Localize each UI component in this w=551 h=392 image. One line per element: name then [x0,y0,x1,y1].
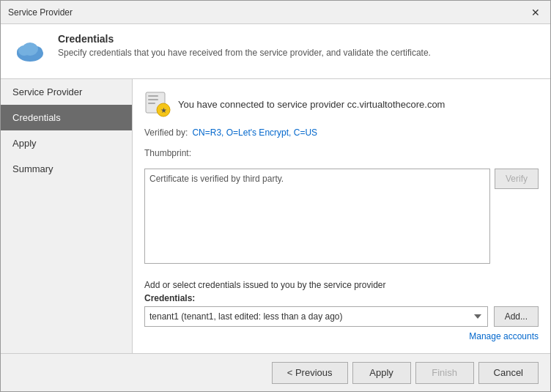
apply-button[interactable]: Apply [352,362,411,384]
svg-rect-7 [148,99,158,100]
credentials-section-label: Add or select credentials issued to you … [144,280,539,290]
svg-point-4 [18,45,30,56]
manage-accounts-link[interactable]: Manage accounts [144,331,539,341]
cancel-button[interactable]: Cancel [478,362,539,384]
credentials-section: Add or select credentials issued to you … [144,280,539,341]
credentials-row: tenant1 (tenant1, last edited: less than… [144,306,539,327]
header-title: Credentials [58,33,431,45]
title-bar: Service Provider ✕ [1,1,550,24]
thumbprint-label: Thumbprint: [144,148,539,158]
verified-by-link[interactable]: CN=R3, O=Let's Encrypt, C=US [192,127,317,138]
header-text: Credentials Specify credentials that you… [58,33,431,58]
cert-textarea[interactable] [144,169,490,264]
credentials-field-label: Credentials: [144,293,539,303]
footer: < Previous Apply Finish Cancel [1,353,550,391]
verified-by-label: Verified by: [144,127,188,138]
previous-button[interactable]: < Previous [272,362,348,384]
dialog: Service Provider ✕ Credentials Specify c… [0,0,551,392]
header-panel: Credentials Specify credentials that you… [1,24,550,79]
connected-banner: ★ You have connected to service provider… [144,91,539,117]
cloud-icon [12,33,48,68]
svg-rect-6 [148,95,158,97]
content-area: ★ You have connected to service provider… [133,79,550,353]
sidebar-item-apply[interactable]: Apply [1,130,132,156]
credentials-dropdown[interactable]: tenant1 (tenant1, last edited: less than… [144,306,488,327]
finish-button[interactable]: Finish [415,362,474,384]
svg-rect-8 [148,103,155,104]
add-credentials-button[interactable]: Add... [494,306,539,327]
main-content: Service Provider Credentials Apply Summa… [1,79,550,353]
header-description: Specify credentials that you have receiv… [58,48,431,58]
sidebar-item-service-provider[interactable]: Service Provider [1,79,132,105]
sidebar-item-summary[interactable]: Summary [1,156,132,182]
sidebar: Service Provider Credentials Apply Summa… [1,79,133,353]
connected-message: You have connected to service provider c… [178,99,445,110]
cert-text-area-wrapper: Verify [144,169,539,264]
verify-button[interactable]: Verify [495,169,539,189]
close-button[interactable]: ✕ [528,5,543,20]
sidebar-item-credentials[interactable]: Credentials [1,105,132,130]
verified-row: Verified by: CN=R3, O=Let's Encrypt, C=U… [144,127,539,138]
svg-text:★: ★ [160,106,167,114]
dialog-title: Service Provider [8,7,73,18]
certificate-icon: ★ [144,91,171,117]
